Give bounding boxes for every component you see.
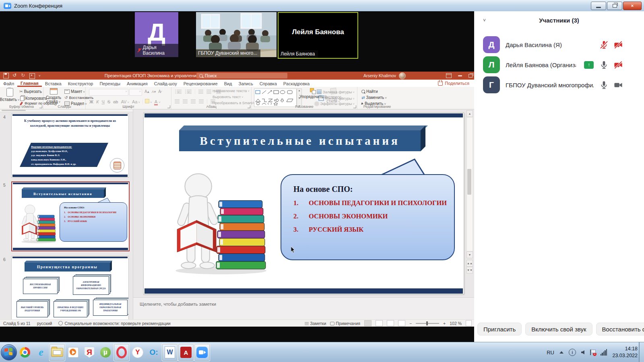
align-left-icon[interactable] bbox=[175, 99, 180, 103]
grow-font-icon[interactable]: A▴ bbox=[144, 89, 149, 94]
drawing-dialog-launcher[interactable] bbox=[353, 105, 356, 108]
tab-view[interactable]: Вид bbox=[221, 80, 235, 87]
ppt-restore-icon[interactable] bbox=[469, 74, 473, 78]
video-tile-darya[interactable]: Д Дарья Василина bbox=[135, 12, 178, 57]
ribbon-display-options-icon[interactable] bbox=[446, 73, 452, 78]
slide-thumbnail-4[interactable]: К учебному процессу активно привлекаются… bbox=[11, 113, 129, 178]
increase-indent-icon[interactable] bbox=[206, 90, 211, 94]
taskbar-word[interactable]: W bbox=[162, 343, 178, 361]
justify-icon[interactable] bbox=[199, 99, 204, 103]
qat-customize-icon[interactable]: ˅ bbox=[39, 74, 41, 78]
slide-title-box[interactable]: Вступительные испытания bbox=[179, 130, 421, 151]
taskbar-zoom[interactable] bbox=[194, 343, 210, 361]
slide-canvas[interactable]: Вступительные испытания На основе СПО: 1… bbox=[143, 113, 464, 294]
taskbar-opera[interactable] bbox=[114, 343, 130, 361]
tab-review[interactable]: Рецензирование bbox=[180, 80, 221, 87]
thumbnail-scrollbar[interactable] bbox=[0, 109, 133, 112]
fit-slide-icon[interactable] bbox=[466, 320, 472, 326]
clock[interactable]: 14:18 23.03.2022 bbox=[612, 346, 638, 359]
start-slideshow-icon[interactable] bbox=[29, 73, 35, 79]
participant-row-college[interactable]: Г ГБПОУ Дуванский многопрофил... bbox=[474, 75, 644, 95]
zoom-level[interactable]: 102 % bbox=[450, 321, 462, 326]
language-indicator[interactable]: RU bbox=[547, 350, 554, 356]
next-slide-icon[interactable]: ▼▼ bbox=[466, 267, 473, 274]
notes-pane[interactable]: Щелкните, чтобы добавить заметки bbox=[133, 297, 474, 320]
font-size-tools[interactable]: A▴ A▾ A̷ bbox=[144, 89, 161, 94]
shrink-font-icon[interactable]: A▾ bbox=[152, 90, 156, 94]
zoom-out-icon[interactable]: − bbox=[409, 321, 412, 326]
participant-row-leylya[interactable]: Л Лейля Баянова (Организатор) ↑ bbox=[474, 55, 644, 75]
taskbar-file-explorer[interactable] bbox=[49, 343, 65, 361]
camera-on-icon[interactable] bbox=[613, 80, 623, 90]
char-spacing-button[interactable]: AV bbox=[120, 99, 130, 104]
clipboard-dialog-launcher[interactable] bbox=[39, 105, 42, 108]
video-tile-college[interactable]: ГБПОУ Дуванский много... bbox=[196, 12, 277, 57]
save-icon[interactable] bbox=[3, 73, 9, 78]
slide-sorter-view-icon[interactable] bbox=[376, 320, 383, 326]
restore-status-button[interactable]: Восстановить стату bbox=[596, 323, 644, 335]
bold-button[interactable]: Ж bbox=[89, 99, 94, 104]
taskbar-internet-explorer[interactable]: e bbox=[33, 343, 49, 361]
notes-toggle[interactable]: Заметки bbox=[305, 321, 326, 326]
tab-design[interactable]: Конструктор bbox=[65, 80, 97, 87]
font-color-button[interactable]: А bbox=[154, 99, 161, 104]
previous-slide-icon[interactable]: ▲▲ bbox=[466, 260, 473, 267]
language-indicator[interactable]: русский bbox=[34, 321, 56, 326]
invite-button[interactable]: Пригласить bbox=[477, 323, 522, 335]
highlight-color-button[interactable] bbox=[145, 99, 152, 104]
speech-bubble[interactable]: На основе СПО: 1. ОСНОВЫ ПЕДАГОГИКИ И ПС… bbox=[281, 174, 455, 260]
change-case-button[interactable]: Aa bbox=[132, 99, 140, 104]
camera-off-icon[interactable] bbox=[613, 60, 623, 70]
text-direction-button[interactable]: Направление текста bbox=[213, 89, 250, 93]
ppt-minimize-icon[interactable] bbox=[458, 75, 462, 76]
taskbar-yandex-browser[interactable]: Y bbox=[130, 343, 146, 361]
char-strike-button[interactable]: ab bbox=[113, 99, 118, 104]
camera-off-icon[interactable] bbox=[613, 40, 623, 49]
security-flag-icon[interactable]: × bbox=[590, 350, 595, 355]
account-name[interactable]: Arseniy Khalimov bbox=[363, 73, 396, 78]
slide-thumbnail-6[interactable]: Преимущества программы ВОСТРЕБОВАННАЯ ПР… bbox=[11, 256, 129, 320]
cut-button[interactable]: ✂Вырезать bbox=[19, 89, 42, 94]
undo-icon[interactable] bbox=[12, 73, 17, 78]
accessibility-status[interactable]: Специальные возможности: проверьте реком… bbox=[55, 321, 173, 326]
tab-storyboarding[interactable]: Раскадровка bbox=[280, 80, 313, 87]
tab-home[interactable]: Главная bbox=[17, 80, 42, 87]
network-signal-icon[interactable] bbox=[601, 349, 607, 356]
tab-insert[interactable]: Вставка bbox=[42, 80, 65, 87]
clear-format-icon[interactable]: A̷ bbox=[158, 89, 161, 94]
taskbar-yandex[interactable]: Я bbox=[81, 343, 97, 361]
find-button[interactable]: Найти bbox=[361, 89, 378, 94]
tab-file[interactable]: Файл bbox=[0, 80, 17, 87]
figure-with-books-image[interactable] bbox=[167, 169, 271, 275]
slide-indicator[interactable]: Слайд 5 из 11 bbox=[0, 321, 34, 326]
scrollbar-track[interactable] bbox=[466, 117, 473, 251]
layout-button[interactable]: Макет bbox=[64, 89, 85, 94]
decrease-indent-icon[interactable] bbox=[198, 90, 203, 94]
font-size-select[interactable] bbox=[129, 89, 142, 96]
share-button[interactable]: Поделиться bbox=[433, 80, 474, 87]
start-button[interactable] bbox=[1, 343, 17, 361]
zoom-in-icon[interactable]: + bbox=[443, 321, 446, 326]
align-text-button[interactable]: Выровнять текст bbox=[213, 95, 244, 99]
tab-record[interactable]: Запись bbox=[235, 80, 256, 87]
action-center-icon[interactable] bbox=[569, 349, 576, 356]
font-name-select[interactable] bbox=[89, 89, 128, 96]
new-slide-button[interactable]: Создать слайд bbox=[44, 88, 63, 104]
volume-icon[interactable] bbox=[581, 350, 584, 354]
normal-view-icon[interactable] bbox=[364, 320, 372, 326]
strikethrough-button[interactable]: S bbox=[107, 99, 111, 104]
taskbar-ok[interactable]: O: bbox=[146, 343, 162, 361]
mic-muted-icon[interactable] bbox=[599, 40, 609, 49]
shape-outline-button[interactable]: Контур фигуры bbox=[318, 95, 355, 101]
comments-toggle[interactable]: Примечания bbox=[330, 321, 360, 326]
taskbar-utorrent[interactable]: µ bbox=[97, 343, 114, 361]
italic-button[interactable]: К bbox=[96, 99, 99, 104]
paragraph-dialog-launcher[interactable] bbox=[248, 105, 250, 108]
video-tile-leylya[interactable]: Лейля Баянова Лейля Баянова bbox=[278, 12, 358, 59]
font-dialog-launcher[interactable] bbox=[167, 105, 170, 108]
tray-expand-icon[interactable] bbox=[559, 351, 564, 354]
slideshow-view-icon[interactable] bbox=[398, 320, 405, 326]
account-avatar[interactable] bbox=[399, 72, 406, 79]
align-center-icon[interactable] bbox=[183, 99, 188, 103]
slide-thumbnail-5[interactable]: Вступительные испытания На основе СПО: 1… bbox=[11, 181, 130, 251]
